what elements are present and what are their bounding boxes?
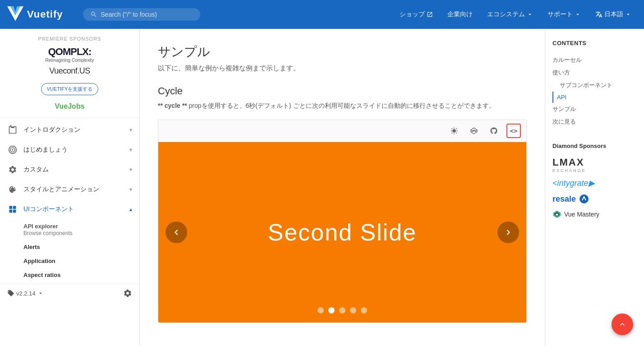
diamond-sponsors-title: Diamond Sponsors — [552, 143, 637, 149]
toc-subcomponents[interactable]: サブコンポーネント — [552, 79, 637, 92]
chevron-left-icon — [171, 227, 182, 238]
lmax-sponsor[interactable]: LMAX EXCHANGE — [552, 157, 637, 173]
nav-getstarted[interactable]: はじめましょう ▾ — [0, 140, 139, 160]
intygrate-logo: <intygrate▶ — [552, 178, 637, 188]
carousel-dot-2[interactable] — [328, 307, 335, 314]
ecosystem-dropdown-icon — [527, 11, 533, 18]
nav-styles[interactable]: スタイルとアニメーション ▾ — [0, 180, 139, 199]
support-dropdown-icon — [575, 11, 581, 18]
section-desc: ** cycle ** propを使用すると、6秒(デフォルト) ごとに次の利用… — [158, 101, 527, 111]
translate-icon — [595, 11, 603, 18]
carousel-slide-text: Second Slide — [268, 219, 417, 246]
nav-custom[interactable]: カスタム ▾ — [0, 160, 139, 180]
nav-shop[interactable]: ショップ — [394, 7, 438, 22]
palette-icon — [7, 184, 18, 195]
carousel-prev-btn[interactable] — [166, 221, 187, 243]
styles-arrow: ▾ — [129, 186, 132, 193]
toc-title: Contents — [552, 40, 637, 46]
vuejobs-link[interactable]: VueJobs — [7, 102, 132, 111]
code-toggle-btn[interactable]: <> — [506, 124, 521, 138]
lmax-logo: LMAX — [552, 157, 637, 168]
resale-logo: resale — [552, 194, 576, 204]
carousel-dot-5[interactable] — [361, 307, 367, 314]
lmax-sub: EXCHANGE — [552, 168, 637, 173]
custom-arrow: ▾ — [129, 166, 132, 173]
logo-text: Vuetify — [27, 9, 63, 20]
nav-getstarted-label: はじめましょう — [23, 146, 129, 154]
nav-custom-label: カスタム — [23, 166, 129, 174]
sub-api-explorer[interactable]: API explorer Browse components — [0, 219, 139, 240]
toc-usage[interactable]: 使い方 — [552, 66, 637, 79]
toc-samples[interactable]: サンプル — [552, 103, 637, 115]
nav-enterprise[interactable]: 企業向け — [442, 7, 478, 22]
search-placeholder: Search ("/" to focus) — [101, 11, 157, 18]
nav-ecosystem[interactable]: エコシステム — [482, 7, 538, 22]
demo-box: <> Second Slide — [158, 120, 527, 323]
vueconf-logo: Vueconf.US — [7, 66, 132, 76]
search-bar[interactable]: Search ("/" to focus) — [83, 8, 200, 21]
intro-arrow: ▾ — [129, 127, 132, 133]
carousel-dots — [317, 307, 367, 314]
toc-api[interactable]: API — [552, 92, 637, 103]
qomplx-sub: Reimagining Complexity — [7, 58, 132, 63]
codepen-btn[interactable] — [467, 124, 481, 138]
vuejobs-logo: VueJobs — [55, 102, 84, 110]
scroll-to-top-fab[interactable] — [612, 314, 633, 335]
sub-aspect-ratios[interactable]: Aspect ratios — [0, 268, 139, 282]
toc-carousel[interactable]: カルーセル — [552, 54, 637, 66]
vueconf-sponsor[interactable]: Vueconf.US — [7, 66, 132, 76]
search-icon — [90, 11, 97, 18]
github-icon — [490, 127, 498, 135]
page-title: サンプル — [158, 43, 527, 60]
support-button[interactable]: VUETIFYを支援する — [41, 83, 98, 95]
resale-container: resale — [552, 194, 637, 204]
right-sponsors: Diamond Sponsors LMAX EXCHANGE <intygrat… — [552, 143, 637, 219]
carousel-dot-3[interactable] — [339, 307, 345, 314]
sponsors-title: Premiere sponsors — [7, 36, 132, 42]
left-sidebar: Premiere sponsors QOMPLX: Reimagining Co… — [0, 29, 140, 346]
nav-intro[interactable]: イントロダクション ▾ — [0, 120, 139, 140]
theme-toggle-btn[interactable] — [447, 124, 461, 138]
sponsors-section: Premiere sponsors QOMPLX: Reimagining Co… — [0, 36, 139, 118]
carousel-dot-1[interactable] — [317, 307, 324, 314]
target-icon — [7, 144, 18, 155]
sub-alerts[interactable]: Alerts — [0, 240, 139, 254]
codepen-icon — [470, 127, 478, 135]
book-icon — [7, 125, 18, 135]
vuemastery-sponsor[interactable]: Vue Mastery — [552, 210, 637, 219]
svg-point-4 — [12, 149, 13, 150]
brightness-icon — [450, 127, 458, 135]
grid-icon — [7, 204, 18, 215]
getstarted-arrow: ▾ — [129, 147, 132, 153]
intygrate-sponsor[interactable]: <intygrate▶ — [552, 178, 637, 188]
language-dropdown-icon — [625, 11, 631, 18]
vuemastery-container: Vue Mastery — [552, 210, 637, 219]
nav-language[interactable]: 日本語 — [590, 7, 637, 22]
ui-arrow: ▴ — [129, 206, 132, 212]
qomplx-logo: QOMPLX: — [7, 46, 132, 58]
carousel-next-btn[interactable] — [497, 221, 519, 243]
carousel-dot-4[interactable] — [350, 307, 356, 314]
settings-button[interactable] — [123, 289, 132, 298]
toc-next[interactable]: 次に見る — [552, 115, 637, 128]
version-badge[interactable]: v2.2.14 — [7, 290, 44, 297]
version-dropdown-icon — [37, 290, 44, 296]
layout: Premiere sponsors QOMPLX: Reimagining Co… — [0, 29, 644, 346]
nav-ui-components[interactable]: UIコンポーネント ▴ — [0, 199, 139, 219]
logo[interactable]: Vuetify — [7, 6, 63, 23]
main-content: サンプル 以下に、簡単な例から複雑な例まで示します。 Cycle ** cycl… — [140, 29, 545, 346]
nav-section: イントロダクション ▾ はじめましょう ▾ カスタム ▾ — [0, 118, 139, 284]
nav-styles-label: スタイルとアニメーション — [23, 185, 129, 194]
nav-support[interactable]: サポート — [542, 7, 586, 22]
vuemastery-icon — [552, 210, 561, 219]
external-link-icon — [427, 11, 433, 18]
qomplx-sponsor[interactable]: QOMPLX: Reimagining Complexity — [7, 46, 132, 63]
chevron-right-icon — [503, 227, 514, 238]
demo-toolbar: <> — [158, 120, 526, 142]
version-text: v2.2.14 — [16, 290, 36, 297]
github-btn[interactable] — [487, 124, 501, 138]
page-subtitle: 以下に、簡単な例から複雑な例まで示します。 — [158, 64, 527, 73]
sidebar-footer: v2.2.14 — [0, 284, 139, 302]
resale-sponsor[interactable]: resale — [552, 194, 637, 204]
sub-application[interactable]: Application — [0, 254, 139, 268]
